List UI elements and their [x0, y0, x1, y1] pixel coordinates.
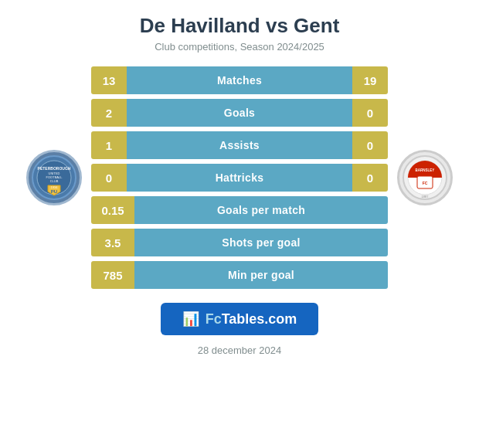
stat-bar-goals-per-match: Goals per match [134, 196, 388, 224]
stat-row-matches: 13 Matches 19 [91, 66, 388, 94]
stat-left-assists: 1 [91, 131, 127, 159]
stat-row-min-per-goal: 785 Min per goal [91, 261, 388, 289]
date-footer: 28 december 2024 [198, 344, 281, 356]
stat-right-matches: 19 [352, 66, 388, 94]
svg-text:1887: 1887 [422, 195, 430, 199]
stat-label-goals-per-match: Goals per match [217, 204, 305, 216]
stat-bar-hattricks: Hattricks [127, 164, 352, 192]
stat-bar-shots-per-goal: Shots per goal [134, 229, 388, 256]
stat-row-goals-per-match: 0.15 Goals per match [91, 196, 388, 224]
stat-bar-assists: Assists [127, 131, 352, 159]
stat-row-hattricks: 0 Hattricks 0 [91, 164, 388, 192]
main-section: PETERBOROUGH UNITED FOOTBALL CLUB PU 193… [23, 66, 456, 289]
team-logo-right: FC BARNSLEY 1887 [397, 150, 453, 205]
stat-right-assists: 0 [352, 131, 388, 159]
stat-label-shots-per-goal: Shots per goal [222, 236, 300, 249]
stat-right-goals: 0 [352, 99, 388, 127]
fctables-badge[interactable]: 📊 FcTables.com [161, 303, 319, 335]
svg-text:BARNSLEY: BARNSLEY [416, 168, 435, 172]
team-logo-left: PETERBOROUGH UNITED FOOTBALL CLUB PU 193… [26, 150, 82, 205]
fctables-chart-icon: 📊 [182, 311, 199, 328]
stat-row-assists: 1 Assists 0 [91, 131, 388, 159]
peterborough-badge-icon: PETERBOROUGH UNITED FOOTBALL CLUB PU 193… [31, 154, 77, 201]
stat-right-hattricks: 0 [352, 164, 388, 192]
stat-value-goals-per-match: 0.15 [91, 196, 134, 224]
svg-text:FC: FC [423, 181, 428, 185]
stat-row-goals: 2 Goals 0 [91, 99, 388, 127]
stat-label-assists: Assists [219, 139, 260, 151]
page-wrapper: De Havilland vs Gent Club competitions, … [0, 0, 479, 448]
stat-bar-min-per-goal: Min per goal [134, 261, 388, 289]
stat-bar-matches: Matches [127, 66, 352, 94]
stat-label-min-per-goal: Min per goal [228, 269, 294, 281]
stat-bar-goals: Goals [127, 99, 352, 127]
stat-left-goals: 2 [91, 99, 127, 127]
stat-label-hattricks: Hattricks [216, 171, 264, 184]
svg-text:CLUB: CLUB [50, 179, 59, 183]
svg-text:PU: PU [51, 189, 57, 194]
page-title: De Havilland vs Gent [140, 14, 340, 38]
barnsley-badge-icon: FC BARNSLEY 1887 [402, 154, 448, 201]
logo-right: FC BARNSLEY 1887 [394, 150, 456, 205]
page-subtitle: Club competitions, Season 2024/2025 [155, 41, 324, 53]
stat-label-matches: Matches [217, 74, 262, 87]
stat-label-goals: Goals [224, 107, 255, 119]
stats-column: 13 Matches 19 2 Goals 0 1 Assists [91, 66, 388, 289]
logo-left: PETERBOROUGH UNITED FOOTBALL CLUB PU 193… [23, 150, 85, 205]
stat-left-hattricks: 0 [91, 164, 127, 192]
stat-row-shots-per-goal: 3.5 Shots per goal [91, 229, 388, 256]
fctables-text: FcTables.com [206, 311, 297, 328]
svg-text:PETERBOROUGH: PETERBOROUGH [38, 166, 71, 171]
svg-text:1934: 1934 [51, 185, 59, 189]
stat-left-matches: 13 [91, 66, 127, 94]
stat-value-shots-per-goal: 3.5 [91, 229, 134, 256]
stat-value-min-per-goal: 785 [91, 261, 134, 289]
